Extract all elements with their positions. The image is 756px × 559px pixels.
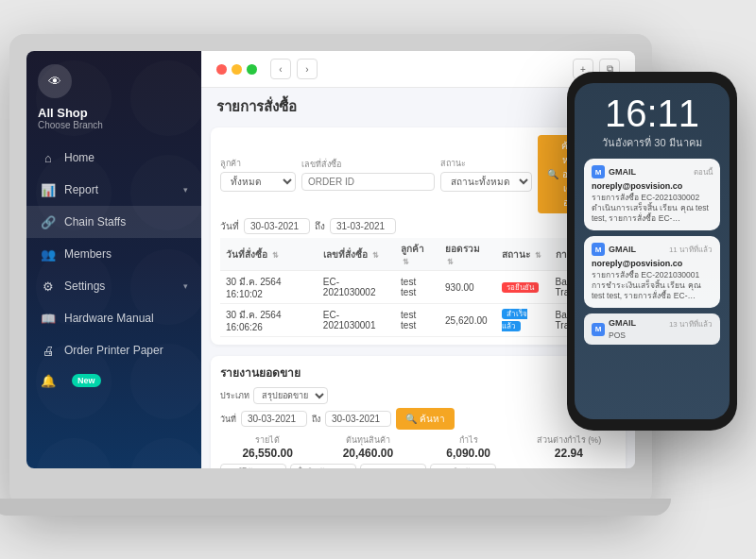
sidebar-navigation: ⌂ Home 📊 Report ▾ 🔗 Chain Staffs 👥 bbox=[26, 138, 201, 468]
notif-body-1: รายการสั่งซื้อ EC-2021030002 ดำเนินการเส… bbox=[592, 193, 713, 224]
sidebar-item-label: Hardware Manual bbox=[64, 312, 154, 325]
close-button[interactable] bbox=[216, 64, 227, 75]
lock-screen: 16:11 วันอังคารที่ 30 มีนาคม M GMAIL ตอน… bbox=[575, 83, 730, 419]
margin-value: 22.94 bbox=[522, 447, 616, 460]
col-date[interactable]: วันที่สั่งซื้อ ⇅ bbox=[220, 238, 318, 271]
back-button[interactable]: ‹ bbox=[270, 59, 291, 79]
status-label: สถานะ bbox=[440, 157, 532, 170]
order-id-input[interactable] bbox=[301, 173, 435, 191]
product-name-input[interactable] bbox=[290, 464, 356, 468]
forward-button[interactable]: › bbox=[297, 59, 318, 79]
maximize-button[interactable] bbox=[247, 64, 257, 75]
notif-app-name-3: GMAIL bbox=[609, 318, 636, 330]
sales-section-title: รายงานยอดขาย bbox=[220, 364, 616, 381]
margin-label: ส่วนต่างกำไร (%) bbox=[522, 433, 616, 447]
sidebar-item-hardware-manual[interactable]: 📖 Hardware Manual bbox=[26, 302, 201, 334]
status-select[interactable]: สถานะทั้งหมด bbox=[440, 172, 532, 192]
search-icon: 🔍 bbox=[547, 169, 558, 179]
order-section: ลูกค้า ทั้งหมด เลขที่สั่งซื้อ สถานะ bbox=[211, 127, 626, 345]
order-status: รอยืนยัน bbox=[496, 271, 549, 304]
window-titlebar: ‹ › + ⧉ bbox=[201, 51, 635, 88]
eye-icon: 👁 bbox=[48, 74, 61, 89]
bell-icon: 🔔 bbox=[40, 372, 57, 389]
order-id-filter-group: เลขที่สั่งซื้อ bbox=[301, 158, 435, 191]
minimize-button[interactable] bbox=[232, 64, 242, 75]
manual-icon: 📖 bbox=[40, 310, 57, 327]
date-label: วันที่ bbox=[220, 413, 236, 426]
type-select[interactable]: สรุปยอดขาย bbox=[253, 387, 328, 404]
sales-date-end[interactable] bbox=[325, 411, 391, 427]
notification-1[interactable]: M GMAIL ตอนนี้ noreply@posvision.co รายก… bbox=[584, 159, 720, 230]
order-id: EC-2021030001 bbox=[318, 304, 395, 337]
col-total[interactable]: ยอดรวม ⇅ bbox=[439, 238, 496, 271]
laptop-screen: 👁 All Shop Choose Branch ⌂ Home 📊 Report… bbox=[26, 51, 635, 468]
type-label: ประเภท bbox=[220, 389, 249, 402]
order-date-row: วันที่ ถึง bbox=[220, 218, 616, 234]
barcode-input[interactable] bbox=[220, 464, 286, 468]
date-start-label: วันที่ bbox=[220, 219, 239, 233]
sales-date-row: วันที่ ถึง 🔍 ค้นหา bbox=[220, 408, 616, 430]
cost-value: 20,460.00 bbox=[320, 447, 415, 460]
notif-sender-2: noreply@posvision.co bbox=[592, 259, 713, 268]
window-controls bbox=[216, 64, 257, 75]
sidebar-header: 👁 All Shop Choose Branch bbox=[26, 51, 201, 138]
members-icon: 👥 bbox=[40, 246, 57, 263]
customer-label: ลูกค้า bbox=[220, 157, 296, 170]
notif-header-2: M GMAIL 11 นาทีที่แล้ว bbox=[592, 243, 713, 256]
product-filter-row bbox=[220, 464, 616, 468]
table-row[interactable]: 30 มี.ค. 2564 16:06:26 EC-2021030001 tes… bbox=[220, 304, 616, 337]
sidebar-item-members[interactable]: 👥 Members bbox=[26, 238, 201, 270]
customer-select[interactable]: ทั้งหมด bbox=[220, 172, 296, 192]
sidebar-item-report[interactable]: 📊 Report ▾ bbox=[26, 174, 201, 206]
date-start-input[interactable] bbox=[244, 218, 310, 234]
notif-app-name-2: GMAIL bbox=[609, 245, 665, 254]
profit-value: 6,090.00 bbox=[421, 447, 516, 460]
branch-label: Choose Branch bbox=[38, 120, 190, 130]
sidebar-item-label: Order Printer Paper bbox=[64, 344, 163, 357]
notif-body-3: POS bbox=[609, 330, 713, 340]
cost-summary: ต้นทุนสินค้า 20,460.00 bbox=[320, 433, 415, 460]
sidebar-item-settings[interactable]: ⚙ Settings ▾ bbox=[26, 270, 201, 302]
col-order-id[interactable]: เลขที่สั่งซื้อ ⇅ bbox=[318, 238, 395, 271]
order-date: 30 มี.ค. 2564 16:06:26 bbox=[220, 304, 318, 337]
profit-summary: กำไร 6,090.00 bbox=[421, 433, 516, 460]
order-total: 25,620.00 bbox=[439, 304, 496, 337]
table-row[interactable]: 30 มี.ค. 2564 16:10:02 EC-2021030002 tes… bbox=[220, 271, 616, 304]
income-summary: รายได้ 26,550.00 bbox=[220, 433, 315, 460]
shop-name: All Shop bbox=[38, 106, 190, 120]
sales-search-button[interactable]: 🔍 ค้นหา bbox=[396, 408, 455, 430]
order-customer: test test bbox=[395, 271, 439, 304]
notif-body-2: รายการสั่งซื้อ EC-2021030001 การชำระเงิน… bbox=[592, 270, 713, 301]
order-id-label: เลขที่สั่งซื้อ bbox=[301, 158, 435, 171]
settings-icon: ⚙ bbox=[40, 278, 57, 295]
sidebar-item-label: Members bbox=[64, 247, 112, 261]
sidebar-item-order-printer[interactable]: 🖨 Order Printer Paper bbox=[26, 334, 201, 366]
sales-date-start[interactable] bbox=[241, 411, 307, 427]
gmail-icon-1: M bbox=[592, 165, 605, 178]
app-logo: 👁 bbox=[38, 64, 72, 98]
notif-time-1: ตอนนี้ bbox=[694, 166, 713, 178]
orders-table: วันที่สั่งซื้อ ⇅ เลขที่สั่งซื้อ ⇅ ลูกค้า… bbox=[220, 238, 616, 337]
order-filter-row: ลูกค้า ทั้งหมด เลขที่สั่งซื้อ สถานะ bbox=[220, 135, 616, 213]
chevron-down-icon: ▾ bbox=[183, 185, 188, 195]
search-icon: 🔍 bbox=[405, 414, 417, 424]
col-customer[interactable]: ลูกค้า ⇅ bbox=[395, 238, 439, 271]
sidebar-item-home[interactable]: ⌂ Home bbox=[26, 142, 201, 174]
notification-3[interactable]: M GMAIL 13 นาทีที่แล้ว POS bbox=[584, 313, 720, 345]
sidebar-item-chain-staffs[interactable]: 🔗 Chain Staffs bbox=[26, 206, 201, 238]
customer-filter-group: ลูกค้า ทั้งหมด bbox=[220, 157, 296, 192]
sales-section: รายงานยอดขาย ประเภท สรุปยอดขาย วันที่ ถึ… bbox=[211, 356, 626, 468]
income-value: 26,550.00 bbox=[220, 447, 315, 460]
sidebar-item-new[interactable]: 🔔 New bbox=[26, 366, 201, 395]
order-date: 30 มี.ค. 2564 16:10:02 bbox=[220, 271, 318, 304]
fav-input[interactable] bbox=[360, 464, 426, 468]
chevron-down-icon: ▾ bbox=[183, 281, 188, 291]
sidebar-item-label: Chain Staffs bbox=[64, 215, 126, 229]
notification-2[interactable]: M GMAIL 11 นาทีที่แล้ว noreply@posvision… bbox=[584, 236, 720, 308]
date-end-input[interactable] bbox=[330, 218, 396, 234]
notif-time-2: 11 นาทีที่แล้ว bbox=[669, 244, 713, 256]
income-label: รายได้ bbox=[220, 433, 315, 447]
col-status[interactable]: สถานะ ⇅ bbox=[496, 238, 549, 271]
product-code-input[interactable] bbox=[430, 464, 496, 468]
sales-summary: รายได้ 26,550.00 ต้นทุนสินค้า 20,460.00 … bbox=[220, 433, 616, 460]
